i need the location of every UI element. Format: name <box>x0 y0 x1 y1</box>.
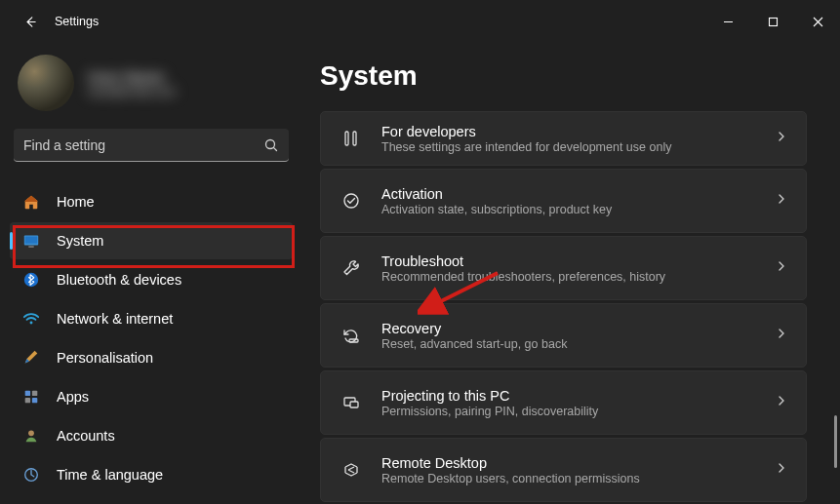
close-icon <box>813 17 823 27</box>
svg-rect-25 <box>350 402 358 407</box>
apps-icon <box>21 387 41 407</box>
svg-rect-9 <box>28 246 33 247</box>
sidebar-item-home[interactable]: Home <box>10 183 293 220</box>
sidebar-item-label: Time & language <box>57 467 163 483</box>
profile-name: User Name user@email.com <box>88 68 176 98</box>
sidebar-item-network[interactable]: Network & internet <box>10 300 293 337</box>
wrench-icon <box>339 258 364 278</box>
sidebar-item-personalisation[interactable]: Personalisation <box>10 339 293 376</box>
avatar <box>18 55 74 111</box>
sidebar-item-label: Network & internet <box>57 311 173 327</box>
page-title: System <box>320 60 820 92</box>
sidebar-item-time[interactable]: Time & language <box>10 456 293 493</box>
sidebar-item-label: Home <box>57 194 95 210</box>
minimize-icon <box>723 17 734 27</box>
setting-card-activation[interactable]: Activation Activation state, subscriptio… <box>320 169 807 233</box>
recovery-icon <box>339 326 364 345</box>
svg-point-22 <box>344 194 358 208</box>
nav: Home System Bluetooth & devices Network … <box>10 183 293 493</box>
setting-card-troubleshoot[interactable]: Troubleshoot Recommended troubleshooters… <box>320 236 807 300</box>
sidebar-item-bluetooth[interactable]: Bluetooth & devices <box>10 261 293 298</box>
window-controls <box>705 5 840 38</box>
content-area: System For developers These settings are… <box>302 43 840 504</box>
sidebar-item-system[interactable]: System <box>10 222 293 259</box>
card-desc: Activation state, subscriptions, product… <box>381 203 775 216</box>
arrow-left-icon <box>22 15 37 29</box>
svg-rect-18 <box>345 132 348 145</box>
setting-card-remote-desktop[interactable]: Remote Desktop Remote Desktop users, con… <box>320 438 807 502</box>
svg-rect-2 <box>769 18 777 25</box>
chevron-right-icon <box>775 259 788 277</box>
bluetooth-icon <box>21 270 41 290</box>
sidebar-item-accounts[interactable]: Accounts <box>10 417 293 454</box>
card-desc: Remote Desktop users, connection permiss… <box>381 472 775 485</box>
system-icon <box>21 231 41 251</box>
sidebar-item-apps[interactable]: Apps <box>10 378 293 415</box>
person-icon <box>21 426 41 446</box>
home-icon <box>21 192 41 212</box>
sidebar-item-label: Personalisation <box>57 350 153 366</box>
maximize-button[interactable] <box>750 5 795 38</box>
chevron-right-icon <box>775 461 788 479</box>
card-desc: Reset, advanced start-up, go back <box>381 337 775 351</box>
checkmark-circle-icon <box>339 191 364 211</box>
sidebar-item-label: System <box>57 233 103 249</box>
back-button[interactable] <box>12 4 47 39</box>
svg-rect-19 <box>353 132 356 145</box>
remote-desktop-icon <box>339 460 364 480</box>
sidebar-item-label: Apps <box>57 389 89 405</box>
svg-rect-13 <box>32 391 37 396</box>
sidebar: User Name user@email.com Home System Blu… <box>0 43 302 504</box>
svg-rect-12 <box>25 391 30 396</box>
close-button[interactable] <box>795 5 840 38</box>
maximize-icon <box>768 17 779 27</box>
svg-rect-14 <box>25 398 30 403</box>
card-title: Activation <box>381 186 775 202</box>
setting-card-recovery[interactable]: Recovery Reset, advanced start-up, go ba… <box>320 303 807 368</box>
svg-line-6 <box>273 147 276 150</box>
clock-globe-icon <box>21 465 41 485</box>
search-icon <box>263 137 279 153</box>
developers-icon <box>339 129 364 148</box>
projecting-icon <box>339 393 364 412</box>
scrollbar[interactable] <box>834 140 838 472</box>
setting-card-developers[interactable]: For developers These settings are intend… <box>320 111 807 166</box>
card-desc: Recommended troubleshooters, preferences… <box>381 270 775 284</box>
sidebar-item-label: Accounts <box>57 428 115 444</box>
profile-block[interactable]: User Name user@email.com <box>10 49 293 125</box>
settings-list: For developers These settings are intend… <box>320 111 820 496</box>
svg-point-16 <box>28 430 34 436</box>
card-title: Projecting to this PC <box>381 388 775 404</box>
svg-rect-8 <box>25 237 38 244</box>
chevron-right-icon <box>775 130 788 147</box>
search-input[interactable] <box>23 137 263 153</box>
minimize-button[interactable] <box>705 5 750 38</box>
card-desc: These settings are intended for developm… <box>381 140 775 154</box>
wifi-icon <box>21 309 41 329</box>
svg-rect-15 <box>32 398 37 403</box>
setting-card-projecting[interactable]: Projecting to this PC Permissions, pairi… <box>320 370 807 435</box>
scrollbar-thumb[interactable] <box>834 415 837 468</box>
card-title: For developers <box>381 124 775 139</box>
sidebar-item-label: Bluetooth & devices <box>57 272 181 288</box>
search-box[interactable] <box>14 129 289 162</box>
chevron-right-icon <box>775 327 788 344</box>
svg-point-11 <box>30 322 33 325</box>
window-title: Settings <box>55 15 99 28</box>
titlebar: Settings <box>0 0 840 43</box>
card-desc: Permissions, pairing PIN, discoverabilit… <box>381 405 775 418</box>
chevron-right-icon <box>775 394 788 411</box>
card-title: Recovery <box>381 321 775 336</box>
card-title: Remote Desktop <box>381 455 775 471</box>
card-title: Troubleshoot <box>381 253 775 269</box>
chevron-right-icon <box>775 192 788 210</box>
paintbrush-icon <box>21 348 41 368</box>
